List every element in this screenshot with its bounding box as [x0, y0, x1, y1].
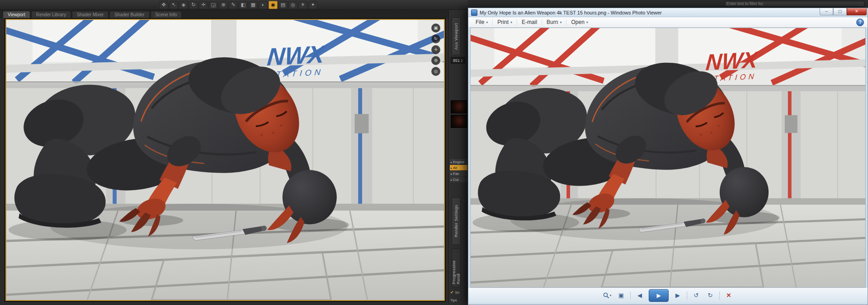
- light-tool-icon[interactable]: ☀: [298, 1, 307, 9]
- menu-print[interactable]: Print ▾: [494, 18, 516, 26]
- tab-shader-builder[interactable]: Shader Builder: [109, 11, 149, 18]
- chevron-down-icon: ▾: [510, 20, 512, 24]
- show-toggle-label: Sh: [455, 291, 460, 295]
- aux-thumbnail-image: [451, 101, 467, 113]
- frame-view-control-icon[interactable]: ◎: [431, 67, 440, 76]
- spinner-arrows-icon[interactable]: ▲▼: [461, 59, 463, 62]
- tips-button[interactable]: Tips: [450, 298, 457, 302]
- desktop: ✥ ↖ ◈ ↻ ✛ ◲ ⊕ ✎ ◧ ▦ ◐ ◉ ▤ ◎ ☀ ✦ Viewport…: [0, 0, 868, 305]
- caret-icon: ▸: [451, 166, 452, 169]
- photo-viewer-controls: ▾ ▣ ◀ ▶ ▶ ↺ ↻ ✕: [468, 288, 868, 303]
- rotate-tool-icon[interactable]: ↻: [189, 1, 198, 9]
- maximize-button[interactable]: ▢: [833, 8, 847, 15]
- list-item-engine[interactable]: ▸Engine: [450, 159, 467, 164]
- viewport-tab-bar: Viewport Render Library Shader Mixer Sha…: [0, 10, 468, 18]
- frame-value-spinner[interactable]: 851 ▲▼: [451, 57, 465, 64]
- delete-button[interactable]: ✕: [724, 291, 734, 300]
- tab-shader-mixer[interactable]: Shader Mixer: [72, 11, 108, 18]
- list-item-all[interactable]: ▸All: [450, 165, 467, 170]
- menu-burn[interactable]: Burn ▾: [543, 18, 565, 26]
- menu-email-label: E-mail: [522, 19, 537, 25]
- aux-render-thumbnail[interactable]: [451, 100, 467, 113]
- menu-separator: [566, 19, 566, 25]
- list-item-fav[interactable]: ▸Fav: [450, 171, 467, 176]
- photo-viewer-window: My Only Hope Is an Alien Weapon 4k TEST …: [468, 8, 868, 305]
- camera-tool-icon[interactable]: ◎: [288, 1, 297, 9]
- progressive-render-tab[interactable]: Progressive Rend: [452, 249, 461, 287]
- control-separator: [687, 291, 687, 300]
- settings-button-icon[interactable]: ✦: [308, 1, 317, 9]
- tab-viewport[interactable]: Viewport: [3, 11, 30, 18]
- render-settings-tab-label: Render Settings: [454, 205, 458, 237]
- photo-display-area: [470, 28, 866, 288]
- aux-render-thumbnail[interactable]: [451, 115, 467, 128]
- viewport-scene[interactable]: [6, 20, 444, 300]
- chevron-down-icon: ▾: [486, 20, 488, 24]
- menu-email[interactable]: E-mail: [518, 18, 541, 26]
- surface-selection-tool-icon[interactable]: ◧: [239, 1, 248, 9]
- caret-icon: ▸: [451, 160, 452, 164]
- photo-viewer-menubar: File ▾ Print ▾ E-mail Burn ▾ Open ▾ ?: [468, 17, 868, 28]
- menu-separator: [492, 19, 493, 25]
- docked-panel-strip: Aux Viewport 851 ▲▼ ▸Engine ▸All ▸Fav ▸C…: [448, 10, 468, 305]
- show-toggle[interactable]: ✔ Sh: [450, 290, 459, 295]
- orbit-view-control-icon[interactable]: ↻: [431, 34, 440, 43]
- help-button[interactable]: ?: [856, 19, 864, 26]
- posing-tool-icon[interactable]: ✎: [229, 1, 238, 9]
- menu-separator: [517, 19, 517, 25]
- menu-burn-label: Burn: [547, 19, 558, 25]
- check-icon: ✔: [450, 290, 454, 295]
- main-viewport: ▣ ↻ ✛ ⊕ ◎: [5, 18, 446, 302]
- menu-open[interactable]: Open ▾: [567, 18, 591, 26]
- rotate-cw-button[interactable]: ↻: [705, 291, 715, 300]
- zoom-view-control-icon[interactable]: ⊕: [431, 56, 440, 65]
- view-controls: ▣ ↻ ✛ ⊕ ◎: [431, 23, 440, 76]
- scale-tool-icon[interactable]: ◲: [209, 1, 218, 9]
- previous-button[interactable]: ◀: [635, 291, 645, 300]
- aux-viewport-button-icon[interactable]: ▤: [278, 1, 288, 9]
- rotate-ccw-button[interactable]: ↺: [691, 291, 701, 300]
- universal-manipulator-tool-icon[interactable]: ⊕: [219, 1, 228, 9]
- tab-render-library[interactable]: Render Library: [31, 11, 71, 18]
- window-title: My Only Hope Is an Alien Weapon 4k TEST …: [480, 10, 820, 15]
- photo-viewer-titlebar[interactable]: My Only Hope Is an Alien Weapon 4k TEST …: [468, 8, 868, 17]
- render-aspect-frame: ▣ ↻ ✛ ⊕ ◎: [5, 19, 445, 301]
- next-button[interactable]: ▶: [673, 291, 683, 300]
- slideshow-button[interactable]: ▶: [649, 289, 669, 302]
- pan-view-control-icon[interactable]: ✛: [431, 45, 440, 54]
- filter-input[interactable]: [724, 1, 864, 7]
- menu-print-label: Print: [497, 19, 509, 25]
- menu-separator: [542, 19, 542, 25]
- translate-tool-icon[interactable]: ✛: [199, 1, 208, 9]
- node-selection-tool-icon[interactable]: ↖: [169, 1, 178, 9]
- close-button[interactable]: ✕: [847, 8, 867, 15]
- control-separator: [719, 291, 720, 300]
- scene-navigator-tool-icon[interactable]: ✥: [159, 1, 168, 9]
- studio-app-window: ✥ ↖ ◈ ↻ ✛ ◲ ⊕ ✎ ◧ ▦ ◐ ◉ ▤ ◎ ☀ ✦ Viewport…: [0, 0, 468, 305]
- list-item-label: Engine: [453, 160, 464, 164]
- geometry-selection-tool-icon[interactable]: ◈: [179, 1, 188, 9]
- list-item-cur[interactable]: ▸Cur: [450, 177, 467, 182]
- menu-file[interactable]: File ▾: [472, 18, 491, 26]
- aux-thumbnail-image: [451, 115, 467, 127]
- aux-viewport-tab-label: Aux Viewport: [454, 23, 458, 50]
- render-settings-tab[interactable]: Render Settings: [452, 197, 461, 245]
- caret-icon: ▸: [451, 172, 452, 175]
- photo-scene: [471, 28, 865, 287]
- cube-view-control-icon[interactable]: ▣: [431, 23, 440, 33]
- render-settings-category-list: ▸Engine ▸All ▸Fav ▸Cur: [450, 159, 467, 182]
- zoom-button[interactable]: ▾: [602, 291, 612, 300]
- photo-viewer-app-icon: [471, 9, 477, 16]
- actual-size-button[interactable]: ▣: [616, 291, 626, 300]
- frame-value: 851: [453, 58, 460, 63]
- region-editor-tool-icon[interactable]: ▦: [249, 1, 258, 9]
- minimize-button[interactable]: –: [820, 8, 833, 15]
- list-item-label: Fav: [453, 172, 459, 176]
- render-button-icon[interactable]: ◉: [269, 1, 278, 9]
- spot-render-tool-icon[interactable]: ◐: [259, 1, 268, 9]
- tab-scene-info[interactable]: Scene Info: [151, 11, 182, 18]
- menu-file-label: File: [476, 19, 484, 25]
- chevron-down-icon: ▾: [560, 20, 561, 24]
- aux-viewport-tab[interactable]: Aux Viewport: [452, 17, 461, 55]
- caret-icon: ▸: [451, 178, 452, 181]
